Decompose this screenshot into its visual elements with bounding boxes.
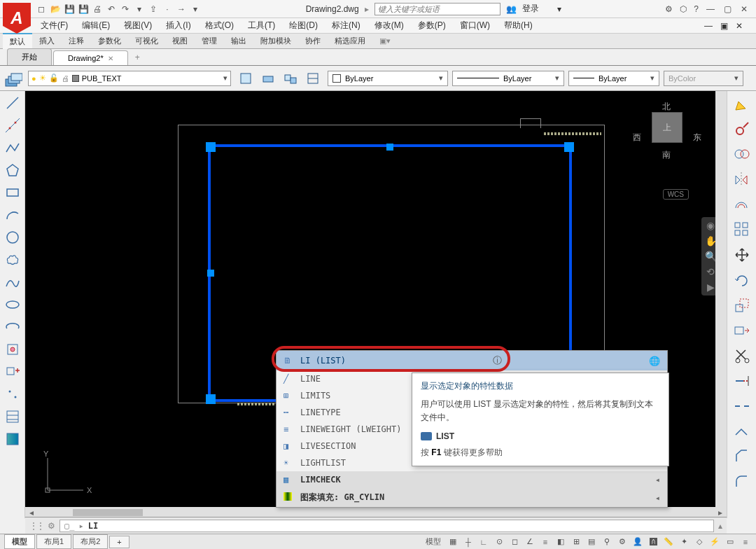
open-icon[interactable]: 📂 bbox=[49, 3, 62, 15]
menu-edit[interactable]: 编辑(E) bbox=[76, 18, 115, 33]
app-icon[interactable]: ⬡ bbox=[680, 4, 687, 14]
scale-icon[interactable]: 📏 bbox=[662, 537, 675, 546]
menu-insert[interactable]: 插入(I) bbox=[160, 18, 196, 33]
insert-block-tool-icon[interactable] bbox=[3, 340, 22, 359]
viewcube-east[interactable]: 东 bbox=[693, 132, 701, 144]
viewcube-top[interactable]: 上 bbox=[652, 112, 682, 143]
menu-parametric[interactable]: 参数(P) bbox=[412, 18, 451, 33]
revcloud-tool-icon[interactable] bbox=[3, 251, 22, 269]
menu-modify[interactable]: 修改(M) bbox=[369, 18, 410, 33]
grip-left-mid[interactable] bbox=[207, 270, 214, 277]
hatch-tool-icon[interactable] bbox=[3, 408, 22, 426]
tool-stretch-icon[interactable] bbox=[731, 321, 753, 340]
menu-window[interactable]: 窗口(W) bbox=[454, 18, 496, 33]
make-block-tool-icon[interactable] bbox=[3, 363, 22, 381]
layer-combo[interactable]: ● ☀ 🔓 🖨 PUB_TEXT ▾ bbox=[28, 71, 231, 86]
tab-view[interactable]: 视图 bbox=[165, 34, 195, 48]
autocomplete-selected[interactable]: 🗎 LI (LIST) ⓘ 🌐 bbox=[276, 351, 667, 370]
menu-tools[interactable]: 工具(T) bbox=[242, 18, 281, 33]
qat-dropdown-icon[interactable]: ▾ bbox=[189, 3, 202, 15]
grip-top-left[interactable] bbox=[206, 142, 216, 152]
tool-trim-icon[interactable] bbox=[731, 346, 753, 366]
saveas-icon[interactable]: 💾 bbox=[77, 3, 90, 15]
rectangle-tool-icon[interactable] bbox=[3, 183, 22, 202]
layer-properties-icon[interactable] bbox=[3, 68, 24, 89]
tool-fillet-icon[interactable] bbox=[731, 472, 753, 492]
custom-icon[interactable]: ≡ bbox=[739, 538, 752, 546]
globe-icon[interactable]: 🌐 bbox=[649, 356, 660, 366]
tool-array-icon[interactable] bbox=[731, 220, 753, 239]
tab-annotate[interactable]: 注释 bbox=[62, 34, 91, 48]
cmdline-up-icon[interactable]: ▴ bbox=[718, 521, 722, 531]
aa-toggle-icon[interactable]: 👤 bbox=[631, 537, 644, 546]
point-tool-icon[interactable] bbox=[3, 385, 22, 403]
tool-offset-icon[interactable] bbox=[731, 195, 753, 214]
autocomplete-sysvar[interactable]: ▦LIMCHECK◂ bbox=[276, 471, 667, 488]
polar-toggle-icon[interactable]: ⊙ bbox=[493, 537, 505, 546]
autocomplete-hatch[interactable]: 图案填充: GR_CYLIN◂ bbox=[276, 488, 667, 507]
menu-format[interactable]: 格式(O) bbox=[200, 18, 239, 33]
scroll-left-icon[interactable]: ◂ bbox=[25, 508, 38, 517]
menu-view[interactable]: 视图(V) bbox=[118, 18, 158, 33]
tab-expand-icon[interactable]: ▣▾ bbox=[372, 34, 398, 48]
layout1-tab[interactable]: 布局1 bbox=[36, 534, 71, 549]
tool-erase-icon[interactable] bbox=[731, 119, 753, 139]
qp-toggle-icon[interactable]: ▤ bbox=[585, 537, 598, 546]
share-icon[interactable]: ⇪ bbox=[147, 3, 160, 15]
menu-draw[interactable]: 绘图(D) bbox=[284, 18, 323, 33]
tab-start[interactable]: 开始 bbox=[7, 48, 52, 65]
menu-file[interactable]: 文件(F) bbox=[35, 18, 74, 33]
nav-orbit-icon[interactable]: ⟲ bbox=[706, 266, 715, 277]
redo-icon[interactable]: ↷ bbox=[119, 3, 132, 15]
circle-tool-icon[interactable] bbox=[3, 228, 22, 246]
tool-scale-icon[interactable] bbox=[731, 296, 753, 315]
tab-addins[interactable]: 附加模块 bbox=[253, 34, 298, 48]
cmdline-config-icon[interactable]: ⚙ bbox=[48, 521, 55, 531]
tool-pencil-icon[interactable] bbox=[731, 94, 753, 113]
grip-top-right[interactable] bbox=[564, 142, 574, 152]
tab-output[interactable]: 输出 bbox=[224, 34, 253, 48]
add-layout-tab[interactable]: + bbox=[109, 536, 129, 548]
tab-visualize[interactable]: 可视化 bbox=[128, 34, 165, 48]
layer-tool1-icon[interactable] bbox=[235, 68, 256, 89]
gradient-tool-icon[interactable] bbox=[3, 430, 22, 448]
ws2-icon[interactable]: ✦ bbox=[678, 537, 690, 546]
spline-tool-icon[interactable] bbox=[3, 273, 22, 291]
ann-toggle-icon[interactable]: ⚲ bbox=[601, 537, 613, 546]
search-input[interactable] bbox=[374, 3, 500, 15]
ws-toggle-icon[interactable]: ⚙ bbox=[616, 537, 629, 546]
arc-tool-icon[interactable] bbox=[3, 206, 22, 224]
qat-arrow-icon[interactable]: → bbox=[175, 3, 188, 15]
close-button[interactable]: ✕ bbox=[739, 4, 749, 14]
iso-icon[interactable]: ◇ bbox=[693, 537, 706, 546]
tab-insert[interactable]: 插入 bbox=[32, 34, 62, 48]
menu-help[interactable]: 帮助(H) bbox=[498, 18, 538, 33]
polyline-tool-icon[interactable] bbox=[3, 139, 22, 157]
snap-toggle-icon[interactable]: ┼ bbox=[462, 538, 475, 546]
cart-icon[interactable]: ▾ bbox=[557, 4, 561, 14]
tool-break-icon[interactable] bbox=[731, 396, 753, 416]
transparency-toggle-icon[interactable]: ◧ bbox=[554, 537, 567, 546]
scroll-thumb[interactable] bbox=[73, 509, 143, 516]
tab-parametric[interactable]: 参数化 bbox=[91, 34, 128, 48]
minimize-button[interactable]: — bbox=[706, 4, 715, 14]
scroll-right-icon[interactable]: ▸ bbox=[714, 508, 727, 517]
tab-collaborate[interactable]: 协作 bbox=[298, 34, 328, 48]
add-tab-button[interactable]: + bbox=[130, 50, 146, 65]
xline-tool-icon[interactable] bbox=[3, 116, 22, 134]
nav-wheel-icon[interactable]: ◉ bbox=[706, 220, 715, 231]
signin-label[interactable]: 登录 bbox=[522, 3, 539, 15]
osnap-toggle-icon[interactable]: ◻ bbox=[508, 537, 521, 546]
maximize-button[interactable]: ▢ bbox=[722, 4, 732, 14]
nav-zoom-icon[interactable]: 🔍 bbox=[705, 251, 717, 262]
model-tab[interactable]: 模型 bbox=[4, 534, 35, 549]
tab-manage[interactable]: 管理 bbox=[195, 34, 224, 48]
ann2-toggle-icon[interactable]: 🅰 bbox=[647, 538, 659, 546]
close-tab-icon[interactable]: ✕ bbox=[108, 55, 113, 62]
new-icon[interactable]: ◻ bbox=[35, 3, 48, 15]
layer-tool4-icon[interactable] bbox=[302, 68, 323, 89]
wcs-label[interactable]: WCS bbox=[663, 189, 689, 200]
tool-move-icon[interactable] bbox=[731, 245, 753, 265]
tool-copy-icon[interactable] bbox=[731, 144, 753, 164]
viewcube-west[interactable]: 西 bbox=[633, 132, 641, 144]
